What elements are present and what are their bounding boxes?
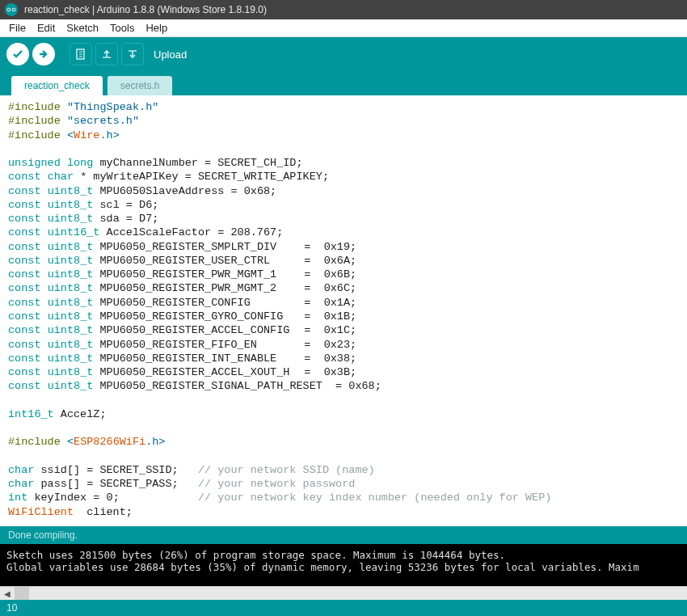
menu-tools[interactable]: Tools (104, 20, 140, 36)
code-token: MPU6050_REGISTER_GYRO_CONFIG (93, 310, 304, 323)
console-line: Global variables use 28684 bytes (35%) o… (6, 561, 639, 573)
code-token: .h> (145, 436, 165, 448)
code-token: const (8, 282, 41, 294)
code-token: uint8_t (48, 324, 94, 336)
code-token: uint8_t (48, 241, 94, 253)
code-token: const (8, 226, 41, 238)
code-token: char (8, 478, 34, 490)
code-token: sda = D7; (93, 213, 158, 225)
code-token: #include (8, 115, 67, 127)
code-token: MPU6050_REGISTER_USER_CTRL (93, 254, 304, 268)
svg-point-1 (12, 8, 15, 11)
code-token: uint8_t (48, 297, 94, 309)
toolbar-status-label: Upload (154, 49, 187, 61)
window-title: reaction_check | Arduino 1.8.8 (Windows … (24, 4, 267, 15)
console-output[interactable]: Sketch uses 281500 bytes (26%) of progra… (0, 544, 687, 586)
code-token: uint8_t (48, 185, 94, 197)
code-token: char (8, 464, 34, 476)
compile-status: Done compiling. (0, 526, 687, 544)
code-token: pass[] = SECRET_PASS; (34, 478, 198, 490)
code-token: MPU6050_REGISTER_SMPLRT_DIV (93, 240, 304, 254)
svg-point-0 (7, 8, 11, 11)
console-scrollbar[interactable]: ◀ (0, 586, 687, 600)
code-token: .h> (99, 129, 119, 141)
code-token: #include (8, 101, 67, 113)
code-token: MPU6050_REGISTER_ACCEL_CONFIG (93, 323, 304, 337)
code-token: const (8, 199, 41, 211)
code-token: Wire (74, 129, 99, 141)
code-token: "secrets.h" (67, 115, 139, 127)
menu-file[interactable]: File (3, 20, 32, 36)
code-token: const (8, 268, 41, 281)
code-token: uint8_t (48, 352, 94, 365)
verify-button[interactable] (6, 43, 29, 65)
code-token: const (8, 352, 41, 365)
code-editor[interactable]: #include "ThingSpeak.h" #include "secret… (0, 95, 687, 526)
open-button[interactable] (95, 43, 118, 65)
code-token: AccelScaleFactor = 208.767; (99, 226, 283, 238)
code-token: scl = D6; (93, 199, 158, 211)
code-token: const (8, 255, 41, 267)
code-token: int (8, 492, 27, 504)
code-token: keyIndex = 0; (27, 492, 198, 504)
menu-help[interactable]: Help (140, 20, 173, 36)
tabbar: reaction_check secrets.h (0, 71, 687, 95)
toolbar: Upload (0, 37, 687, 71)
code-token: client; (74, 506, 133, 518)
menu-sketch[interactable]: Sketch (61, 20, 104, 36)
code-token: uint8_t (48, 199, 94, 211)
scroll-thumb[interactable] (15, 587, 29, 600)
code-token: MPU6050_REGISTER_PWR_MGMT_1 (93, 268, 304, 281)
code-token: unsigned (8, 157, 61, 169)
upload-button[interactable] (32, 43, 55, 65)
code-token: AccelZ; (54, 408, 107, 420)
code-token: int16_t (8, 408, 54, 420)
code-token: const (8, 339, 41, 351)
code-token: // your network password (198, 478, 355, 490)
code-token: MPU6050_REGISTER_PWR_MGMT_2 (93, 281, 304, 295)
code-token: uint8_t (48, 366, 94, 378)
code-token: const (8, 310, 41, 323)
footer-status: 10 (0, 600, 687, 616)
code-token: const (8, 366, 41, 378)
code-token: long (67, 157, 93, 169)
code-token: uint16_t (48, 226, 100, 238)
code-token: const (8, 324, 41, 336)
menubar: File Edit Sketch Tools Help (0, 19, 687, 37)
code-token: ESP8266WiFi (74, 436, 145, 448)
new-button[interactable] (70, 43, 92, 65)
code-token: const (8, 241, 41, 253)
menu-edit[interactable]: Edit (32, 20, 61, 36)
code-token: WiFiClient (8, 506, 74, 518)
titlebar: reaction_check | Arduino 1.8.8 (Windows … (0, 0, 687, 19)
code-token: MPU6050SlaveAddress = 0x68; (93, 185, 276, 197)
code-token: MPU6050_REGISTER_ACCEL_XOUT_H (93, 365, 304, 379)
arduino-logo-icon (5, 3, 18, 16)
code-token: MPU6050_REGISTER_FIFO_EN (93, 338, 304, 352)
code-token: uint8_t (48, 310, 94, 323)
code-token: #include (8, 436, 67, 448)
code-token: < (67, 129, 74, 141)
code-token: myChannelNumber = SECRET_CH_ID; (93, 157, 302, 169)
code-token: uint8_t (48, 380, 94, 392)
code-token: const (8, 213, 41, 225)
code-token: uint8_t (48, 213, 94, 225)
tab-secrets-h[interactable]: secrets.h (107, 76, 173, 95)
code-token: const (8, 297, 41, 309)
code-token: * myWriteAPIKey = SECRET_WRITE_APIKEY; (74, 171, 329, 183)
console-line: Sketch uses 281500 bytes (26%) of progra… (6, 549, 505, 561)
code-token: MPU6050_REGISTER_INT_ENABLE (93, 352, 304, 365)
code-token: MPU6050_REGISTER_CONFIG (93, 296, 304, 310)
code-token: const (8, 171, 41, 183)
save-button[interactable] (121, 43, 144, 65)
scroll-left-icon[interactable]: ◀ (0, 587, 14, 600)
code-token: uint8_t (48, 255, 94, 267)
code-token: const (8, 380, 41, 392)
code-token: uint8_t (48, 282, 94, 294)
code-token: uint8_t (48, 268, 94, 281)
code-token: // your network key index number (needed… (198, 492, 551, 504)
tab-reaction-check[interactable]: reaction_check (11, 76, 103, 95)
code-token: < (67, 436, 74, 448)
code-token: ssid[] = SECRET_SSID; (34, 464, 198, 476)
code-token: "ThingSpeak.h" (67, 101, 158, 113)
